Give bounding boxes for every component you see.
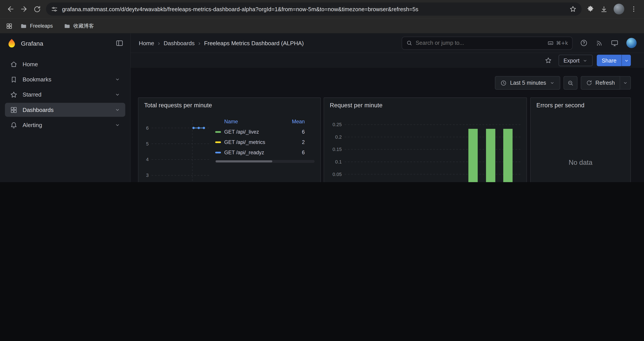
chevron-down-icon xyxy=(582,58,588,63)
series-name: GET /api/_readyz xyxy=(224,149,282,155)
breadcrumb-home[interactable]: Home xyxy=(139,40,154,46)
refresh-icon xyxy=(586,80,592,86)
total-requests-chart[interactable]: 6543217:40 xyxy=(141,117,212,182)
sidebar-item-label: Home xyxy=(22,61,38,67)
downloads-icon[interactable] xyxy=(600,5,608,13)
monitor-icon[interactable] xyxy=(611,39,618,47)
news-rss-icon[interactable] xyxy=(596,39,603,47)
legend-scrollbar[interactable] xyxy=(215,160,314,163)
chevron-down-icon[interactable] xyxy=(115,122,120,128)
bell-icon xyxy=(10,121,18,129)
browser-profile-avatar[interactable] xyxy=(614,4,624,15)
collapse-sidebar-icon[interactable] xyxy=(116,39,124,47)
main-area: Home › Dashboards › Freeleaps Metrics Da… xyxy=(131,33,644,182)
svg-text:0.25: 0.25 xyxy=(332,122,342,127)
search-icon xyxy=(406,40,412,46)
sidebar-item-bookmarks[interactable]: Bookmarks xyxy=(5,72,125,87)
url-text[interactable]: grafana.mathmast.com/d/deytv4rwavabkb/fr… xyxy=(62,6,565,12)
refresh-split-button: Refresh xyxy=(581,76,631,90)
legend-header: Name Mean xyxy=(213,117,318,127)
time-range-picker[interactable]: Last 5 minutes xyxy=(495,76,560,90)
bookmarks-bar: Freeleaps 收藏博客 xyxy=(0,18,644,33)
legend-row[interactable]: GET /api/_metrics 2 xyxy=(213,137,318,147)
series-swatch xyxy=(215,131,221,133)
legend-header-name[interactable]: Name xyxy=(215,119,282,125)
sidebar-item-home[interactable]: Home xyxy=(5,57,125,71)
help-icon[interactable] xyxy=(580,39,588,47)
breadcrumb-dashboards[interactable]: Dashboards xyxy=(164,40,194,46)
refresh-label: Refresh xyxy=(595,80,615,86)
series-swatch xyxy=(215,141,221,143)
svg-text:0.1: 0.1 xyxy=(335,159,342,165)
forward-button[interactable] xyxy=(17,3,30,16)
request-per-minute-chart[interactable]: 0.250.20.150.10.05017:37:0017:38:0017:39… xyxy=(328,118,523,182)
search-shortcut: ⌘+k xyxy=(548,40,568,46)
back-icon xyxy=(6,5,15,13)
sidebar-header: Grafana xyxy=(0,33,130,53)
sidebar-item-alerting[interactable]: Alerting xyxy=(5,118,125,132)
dashboard-canvas: Last 5 minutes Refresh xyxy=(131,68,644,182)
refresh-button[interactable]: Refresh xyxy=(581,76,620,90)
browser-toolbar: grafana.mathmast.com/d/deytv4rwavabkb/fr… xyxy=(0,0,644,18)
grafana-app: Grafana Home Bookmarks Starred xyxy=(0,33,644,182)
sidebar-nav: Home Bookmarks Starred Dashboards xyxy=(0,53,130,136)
apps-grid-icon[interactable] xyxy=(6,22,13,30)
folder-icon xyxy=(20,22,27,30)
panel-title[interactable]: Request per minute xyxy=(324,98,526,109)
bookmark-folder-freeleaps[interactable]: Freeleaps xyxy=(17,21,56,31)
reload-button[interactable] xyxy=(30,3,44,16)
chevron-down-icon xyxy=(624,58,629,63)
legend-scrollbar-thumb[interactable] xyxy=(216,160,272,162)
sidebar-item-label: Bookmarks xyxy=(22,76,51,83)
reload-icon xyxy=(33,5,41,13)
grafana-logo-icon[interactable] xyxy=(6,38,17,48)
refresh-interval-button[interactable] xyxy=(620,76,631,90)
sidebar-item-label: Alerting xyxy=(22,122,42,128)
bookmark-folder-blogs[interactable]: 收藏博客 xyxy=(60,21,97,31)
export-button[interactable]: Export xyxy=(558,55,593,66)
sidebar-item-starred[interactable]: Starred xyxy=(5,88,125,102)
legend-row[interactable]: GET /api/_readyz 6 xyxy=(213,147,318,158)
panel-title[interactable]: Total requests per minute xyxy=(138,98,320,109)
site-settings-icon[interactable] xyxy=(51,6,58,13)
no-data-message: No data xyxy=(531,113,630,182)
favorite-star-icon[interactable] xyxy=(544,57,552,64)
dashboards-grid-icon xyxy=(10,106,18,114)
back-button[interactable] xyxy=(4,3,17,16)
folder-icon xyxy=(64,22,70,30)
panel-total-requests: Total requests per minute 6543217:40 Nam… xyxy=(138,97,321,182)
sidebar-item-dashboards[interactable]: Dashboards xyxy=(5,103,125,117)
legend-row[interactable]: GET /api/_livez 6 xyxy=(213,127,318,137)
chevron-down-icon[interactable] xyxy=(115,107,120,113)
bookmark-label: 收藏博客 xyxy=(74,22,94,30)
share-split-button[interactable]: Share xyxy=(597,55,631,66)
sidebar-item-label: Starred xyxy=(22,91,42,98)
address-bar[interactable]: grafana.mathmast.com/d/deytv4rwavabkb/fr… xyxy=(46,3,582,16)
browser-actions xyxy=(584,4,640,15)
svg-text:0.2: 0.2 xyxy=(335,135,342,140)
share-menu-button[interactable] xyxy=(622,55,631,66)
search-box[interactable]: ⌘+k xyxy=(402,37,572,50)
panel-request-per-minute: Request per minute 0.250.20.150.10.05017… xyxy=(324,97,527,182)
chevron-down-icon[interactable] xyxy=(115,92,120,97)
search-input[interactable] xyxy=(416,40,544,46)
sidebar: Grafana Home Bookmarks Starred xyxy=(0,33,131,182)
user-avatar[interactable] xyxy=(626,38,636,48)
series-name: GET /api/_metrics xyxy=(224,139,282,145)
panel-errors-per-second: Errors per second No data xyxy=(530,97,631,182)
svg-text:5: 5 xyxy=(146,141,148,147)
share-button[interactable]: Share xyxy=(597,55,621,66)
panel-title[interactable]: Errors per second xyxy=(531,98,630,109)
star-icon xyxy=(10,91,18,99)
chevron-down-icon[interactable] xyxy=(115,77,120,82)
bookmark-star-icon[interactable] xyxy=(569,5,577,13)
legend-header-mean[interactable]: Mean xyxy=(282,119,305,125)
zoom-out-time-button[interactable] xyxy=(563,76,577,90)
breadcrumb: Home › Dashboards › Freeleaps Metrics Da… xyxy=(139,40,304,47)
dashboard-toolb​ar: Export Share xyxy=(131,53,644,68)
breadcrumb-current-page: Freeleaps Metrics Dashboard (ALPHA) xyxy=(204,40,304,46)
extensions-icon[interactable] xyxy=(586,5,594,13)
browser-menu-icon[interactable] xyxy=(630,5,638,13)
svg-text:0.05: 0.05 xyxy=(332,172,342,177)
chevron-down-icon xyxy=(550,80,555,85)
